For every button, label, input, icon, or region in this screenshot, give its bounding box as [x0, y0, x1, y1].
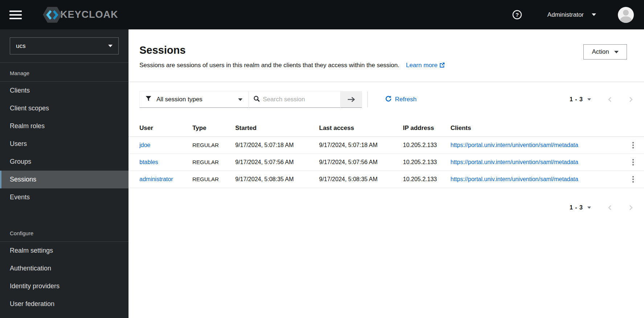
row-kebab-menu-icon[interactable] — [631, 140, 635, 150]
brand-name: KEYCLOAK — [60, 9, 118, 20]
learn-more-link[interactable]: Learn more — [406, 62, 445, 69]
realm-selector-value: ucs — [16, 42, 25, 50]
sidebar-item-sessions[interactable]: Sessions — [0, 171, 129, 188]
pagination-top: 1 - 3 — [570, 96, 633, 103]
search-input[interactable] — [263, 96, 332, 103]
sidebar-item-identity-providers[interactable]: Identity providers — [0, 277, 129, 295]
cell-type: REGULAR — [192, 171, 235, 188]
search-icon — [253, 95, 260, 103]
sidebar-item-user-federation[interactable]: User federation — [0, 295, 129, 313]
cell-started: 9/17/2024, 5:08:35 AM — [235, 171, 319, 188]
cell-actions — [622, 154, 644, 171]
client-link[interactable]: https://portal.univ.intern/univention/sa… — [451, 142, 578, 148]
nav-section-configure: ConfigureRealm settingsAuthenticationIde… — [0, 223, 129, 313]
chevron-down-icon — [614, 51, 619, 53]
search-submit-button[interactable] — [341, 91, 362, 108]
table-row: administratorREGULAR9/17/2024, 5:08:35 A… — [129, 171, 644, 188]
hamburger-menu-icon[interactable] — [9, 11, 33, 19]
chevron-down-icon — [587, 207, 591, 209]
user-link[interactable]: administrator — [139, 176, 173, 182]
page-title: Sessions — [139, 44, 627, 56]
table-row: btablesREGULAR9/17/2024, 5:07:56 AM9/17/… — [129, 154, 644, 171]
client-link[interactable]: https://portal.univ.intern/univention/sa… — [451, 159, 578, 165]
cell-last-access: 9/17/2024, 5:07:56 AM — [319, 154, 403, 171]
column-header-ip-address: IP address — [403, 120, 451, 136]
action-button-label: Action — [592, 48, 609, 56]
column-header-last-access: Last access — [319, 120, 403, 136]
nav-section-manage: ManageClientsClient scopesRealm rolesUse… — [0, 63, 129, 206]
user-menu-dropdown[interactable]: Administrator — [547, 11, 596, 19]
pagination-range-dropdown[interactable]: 1 - 3 — [570, 96, 591, 103]
sidebar-item-realm-roles[interactable]: Realm roles — [0, 117, 129, 135]
sidebar-item-authentication[interactable]: Authentication — [0, 260, 129, 277]
column-header-user: User — [129, 120, 192, 136]
cell-clients: https://portal.univ.intern/univention/sa… — [451, 154, 622, 171]
chevron-down-icon — [587, 98, 591, 101]
page-header: Sessions Sessions are sessions of users … — [129, 29, 644, 82]
main-content: Sessions Sessions are sessions of users … — [129, 29, 644, 318]
ip-address: 10.205.2.133 — [403, 142, 437, 148]
cell-clients: https://portal.univ.intern/univention/sa… — [451, 136, 622, 154]
sidebar-item-events[interactable]: Events — [0, 188, 129, 206]
cell-ip: 10.205.2.133 — [403, 171, 451, 188]
sidebar-item-groups[interactable]: Groups — [0, 153, 129, 171]
cell-last-access: 9/17/2024, 5:08:35 AM — [319, 171, 403, 188]
refresh-button[interactable]: Refresh — [385, 95, 417, 104]
user-link[interactable]: btables — [139, 159, 158, 165]
sidebar-item-label: Events — [10, 193, 30, 201]
action-dropdown-button[interactable]: Action — [583, 44, 627, 60]
ip-address: 10.205.2.133 — [403, 159, 437, 165]
avatar[interactable] — [618, 7, 634, 23]
sidebar-item-label: Realm settings — [10, 247, 53, 254]
started-timestamp: 9/17/2024, 5:07:18 AM — [235, 142, 294, 148]
sidebar-item-label: Authentication — [10, 265, 51, 272]
row-kebab-menu-icon[interactable] — [631, 158, 635, 167]
sidebar-item-clients[interactable]: Clients — [0, 82, 129, 99]
ip-address: 10.205.2.133 — [403, 176, 437, 182]
sidebar-item-label: Realm roles — [10, 122, 45, 130]
user-link[interactable]: jdoe — [139, 142, 150, 148]
previous-page-button[interactable] — [608, 96, 612, 103]
pagination-bottom: 1 - 3 — [129, 204, 633, 211]
keycloak-logo: KEYCLOAK — [43, 7, 118, 23]
next-page-button[interactable] — [629, 204, 633, 211]
table-toolbar: All session types Refresh 1 - 3 — [139, 91, 633, 108]
sidebar-item-client-scopes[interactable]: Client scopes — [0, 99, 129, 117]
help-icon[interactable]: ? — [512, 10, 522, 20]
nav-section-title: Configure — [0, 223, 129, 242]
started-timestamp: 9/17/2024, 5:07:56 AM — [235, 159, 294, 165]
realm-selector[interactable]: ucs — [10, 37, 119, 54]
sidebar-item-users[interactable]: Users — [0, 135, 129, 153]
previous-page-button[interactable] — [608, 204, 612, 211]
sidebar-item-label: Users — [10, 140, 27, 148]
next-page-button[interactable] — [629, 96, 633, 103]
chevron-down-icon — [238, 98, 242, 101]
started-timestamp: 9/17/2024, 5:08:35 AM — [235, 176, 294, 182]
refresh-label: Refresh — [395, 96, 417, 103]
masthead: KEYCLOAK ? Administrator — [0, 0, 644, 29]
last-access-timestamp: 9/17/2024, 5:08:35 AM — [319, 176, 378, 182]
user-name: Administrator — [547, 11, 584, 19]
row-kebab-menu-icon[interactable] — [631, 175, 635, 184]
nav-section-title: Manage — [0, 63, 129, 82]
column-header-started: Started — [235, 120, 319, 136]
cell-user: btables — [129, 154, 192, 171]
sidebar-item-label: User federation — [10, 300, 54, 308]
cell-actions — [622, 136, 644, 154]
last-access-timestamp: 9/17/2024, 5:07:56 AM — [319, 159, 378, 165]
table-header-row: UserTypeStartedLast accessIP addressClie… — [129, 120, 644, 136]
keycloak-hexagon-icon — [43, 7, 62, 23]
filter-selected-value: All session types — [156, 96, 203, 103]
sidebar-nav: ucs ManageClientsClient scopesRealm role… — [0, 29, 129, 318]
cell-ip: 10.205.2.133 — [403, 154, 451, 171]
cell-last-access: 9/17/2024, 5:07:18 AM — [319, 136, 403, 154]
client-link[interactable]: https://portal.univ.intern/univention/sa… — [451, 176, 578, 182]
sidebar-item-realm-settings[interactable]: Realm settings — [0, 242, 129, 260]
chevron-down-icon — [108, 45, 113, 47]
sessions-table: UserTypeStartedLast accessIP addressClie… — [129, 120, 644, 188]
cell-type: REGULAR — [192, 154, 235, 171]
pagination-range-dropdown[interactable]: 1 - 3 — [570, 204, 591, 211]
session-type: REGULAR — [192, 176, 219, 182]
pagination-range: 1 - 3 — [570, 204, 583, 211]
session-type-filter-dropdown[interactable]: All session types — [139, 91, 249, 108]
